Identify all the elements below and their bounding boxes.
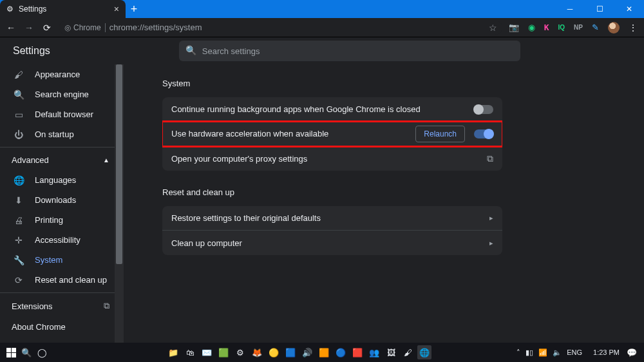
sidebar-item-languages[interactable]: 🌐 Languages	[0, 170, 124, 190]
pen-extension-icon[interactable]: ✎	[592, 23, 599, 32]
browser-tab-settings[interactable]: ⚙ Settings ×	[0, 0, 126, 18]
action-center-icon[interactable]: 💬	[625, 345, 639, 359]
system-card: Continue running background apps when Go…	[162, 97, 502, 171]
wifi-icon[interactable]: 📶	[538, 348, 547, 357]
browser-toolbar: ← → ⟳ ◎ Chrome chrome://settings/system …	[0, 18, 644, 37]
edge-icon[interactable]: 🔵	[334, 345, 348, 359]
page-url: chrome://settings/system	[109, 23, 202, 32]
mail-icon[interactable]: ✉️	[200, 345, 214, 359]
reload-button[interactable]: ⟳	[41, 23, 53, 33]
sidebar-item-label: Accessibility	[35, 235, 80, 245]
app-icon[interactable]: 🖌	[401, 345, 415, 359]
row-label: Use hardware acceleration when available	[171, 129, 415, 138]
sound-icon[interactable]: 🔈	[553, 348, 562, 357]
volume-icon[interactable]: 🔊	[300, 345, 314, 359]
google-icon[interactable]: 🟡	[267, 345, 281, 359]
iq-extension-icon[interactable]: IQ	[558, 24, 565, 31]
sidebar-item-about[interactable]: About Chrome	[0, 316, 124, 337]
printer-icon: 🖨	[13, 215, 24, 225]
sidebar-item-label: About Chrome	[12, 322, 66, 332]
sidebar-item-accessibility[interactable]: ✛ Accessibility	[0, 230, 124, 250]
gear-icon: ⚙	[6, 5, 14, 14]
app-icon[interactable]: 🟩	[216, 345, 231, 359]
firefox-icon[interactable]: 🦊	[250, 345, 264, 359]
grammarly-extension-icon[interactable]: ◉	[528, 23, 535, 32]
np-extension-icon[interactable]: NP	[574, 24, 583, 31]
sidebar-divider	[0, 147, 124, 148]
row-background-apps[interactable]: Continue running background apps when Go…	[162, 97, 502, 122]
settings-icon[interactable]: ⚙	[233, 345, 247, 359]
row-label: Open your computer's proxy settings	[171, 154, 487, 164]
address-bar[interactable]: ◎ Chrome chrome://settings/system ☆	[59, 21, 502, 35]
browser-menu-icon[interactable]: ⋮	[629, 23, 636, 33]
settings-app: Settings 🔍 🖌 Appearance 🔍 Search engine …	[0, 37, 644, 343]
back-button[interactable]: ←	[5, 23, 17, 33]
chevron-right-icon: ▸	[489, 239, 493, 247]
app-icon[interactable]: 🟧	[317, 345, 331, 359]
row-label: Continue running background apps when Go…	[171, 104, 474, 114]
site-identity-chip[interactable]: ◎ Chrome	[64, 23, 101, 32]
close-window-button[interactable]: ✕	[614, 0, 644, 18]
settings-search-input[interactable]	[179, 41, 520, 61]
battery-icon[interactable]: ▮▯	[526, 348, 533, 357]
row-cleanup-computer[interactable]: Clean up computer ▸	[162, 231, 502, 255]
sidebar-item-label: Appearance	[35, 70, 80, 79]
chevron-up-icon: ▲	[103, 157, 109, 164]
teams-icon[interactable]: 👥	[367, 345, 381, 359]
chrome-taskbar-icon[interactable]: 🌐	[417, 345, 431, 359]
section-title-system: System	[162, 79, 644, 88]
sidebar-scrollbar[interactable]	[115, 64, 124, 343]
sidebar-item-extensions[interactable]: Extensions ⧉	[0, 296, 124, 316]
globe-icon: 🌐	[13, 175, 24, 186]
toggle-background-apps[interactable]	[474, 105, 493, 114]
new-tab-button[interactable]: +	[126, 0, 142, 18]
maximize-button[interactable]: ☐	[585, 0, 614, 18]
sidebar-item-label: Downloads	[35, 195, 76, 205]
sidebar-item-downloads[interactable]: ⬇ Downloads	[0, 190, 124, 210]
taskbar-search-icon[interactable]: 🔍	[19, 345, 33, 359]
profile-avatar[interactable]	[608, 22, 620, 33]
k-extension-icon[interactable]: K	[544, 23, 549, 32]
tray-chevron-icon[interactable]: ˄	[516, 348, 520, 357]
language-indicator[interactable]: ENG	[567, 348, 582, 356]
settings-search[interactable]: 🔍	[179, 41, 520, 61]
settings-content: System Continue running background apps …	[124, 64, 644, 343]
toggle-hardware-acceleration[interactable]	[474, 129, 493, 138]
minimize-button[interactable]: ─	[555, 0, 585, 18]
sidebar-item-system[interactable]: 🔧 System	[0, 250, 124, 270]
sidebar-item-reset[interactable]: ⟳ Reset and clean up	[0, 270, 124, 290]
scrollbar-thumb[interactable]	[116, 64, 122, 264]
sidebar-item-default-browser[interactable]: ▭ Default browser	[0, 104, 124, 124]
bookmark-star-icon[interactable]: ☆	[489, 23, 497, 33]
store-icon[interactable]: 🛍	[183, 345, 197, 359]
sidebar-item-appearance[interactable]: 🖌 Appearance	[0, 64, 124, 84]
chrome-logo-icon: ◎	[64, 23, 71, 32]
sidebar-item-label: System	[35, 255, 62, 265]
task-view-icon[interactable]: ◯	[35, 345, 49, 359]
file-explorer-icon[interactable]: 📁	[166, 345, 180, 359]
taskbar-clock[interactable]: 1:23 PM	[587, 348, 620, 356]
relaunch-button[interactable]: Relaunch	[415, 126, 465, 142]
settings-title: Settings	[13, 45, 50, 57]
app-icon[interactable]: 🟥	[350, 345, 365, 359]
sidebar-item-on-startup[interactable]: ⏻ On startup	[0, 124, 124, 144]
row-proxy-settings[interactable]: Open your computer's proxy settings ⧉	[162, 146, 502, 171]
sidebar-item-printing[interactable]: 🖨 Printing	[0, 210, 124, 230]
start-button[interactable]	[4, 345, 18, 359]
sidebar-section-advanced[interactable]: Advanced ▲	[0, 150, 124, 170]
system-tray: ˄ ▮▯ 📶 🔈 ENG 1:23 PM 💬	[516, 345, 640, 359]
app-icon[interactable]: 🟦	[283, 345, 298, 359]
row-restore-defaults[interactable]: Restore settings to their original defau…	[162, 206, 502, 231]
close-tab-icon[interactable]: ×	[114, 4, 119, 14]
window-tabstrip: ⚙ Settings × + ─ ☐ ✕	[0, 0, 644, 18]
sidebar-divider	[0, 292, 124, 293]
forward-button[interactable]: →	[23, 23, 35, 33]
sidebar-item-search-engine[interactable]: 🔍 Search engine	[0, 84, 124, 104]
section-title-reset: Reset and clean up	[162, 187, 644, 197]
row-label: Clean up computer	[171, 238, 489, 248]
sidebar-item-label: Default browser	[35, 110, 93, 119]
paint-icon: 🖌	[13, 70, 24, 80]
camera-extension-icon[interactable]: 📷	[509, 23, 519, 32]
row-hardware-acceleration[interactable]: Use hardware acceleration when available…	[162, 122, 502, 146]
app-icon[interactable]: 🖼	[384, 345, 398, 359]
